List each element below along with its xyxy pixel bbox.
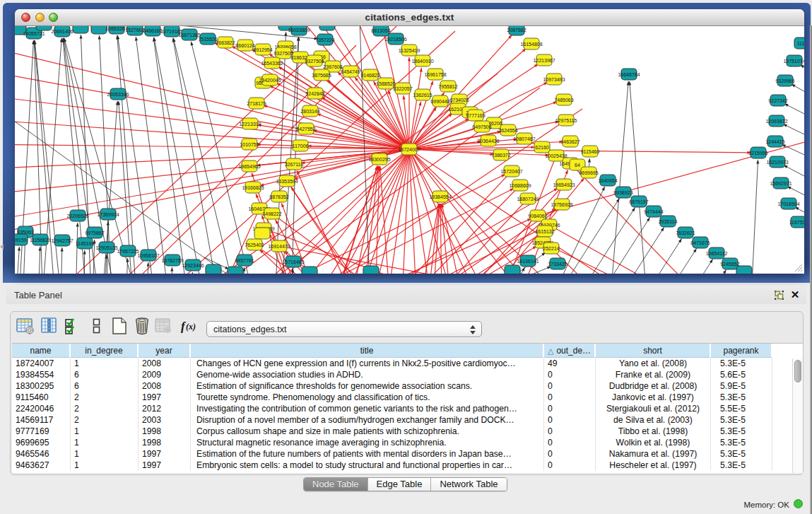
graph-edge[interactable] xyxy=(584,207,635,274)
collapse-panel-arrow-icon[interactable] xyxy=(0,244,4,250)
table-cell[interactable]: 5.3E-5 xyxy=(711,392,772,403)
table-cell[interactable]: Tibbo et al. (1998) xyxy=(596,426,711,437)
tab-network-table[interactable]: Network Table xyxy=(431,478,506,491)
table-cell[interactable]: 9115460 xyxy=(12,392,71,403)
table-cell[interactable]: 2009 xyxy=(139,369,191,380)
close-panel-icon[interactable]: ✕ xyxy=(790,289,800,300)
table-row[interactable]: 946554611997Estimation of the future num… xyxy=(12,448,772,460)
table-cell[interactable]: 2008 xyxy=(139,358,191,369)
table-cell[interactable]: 5.5E-5 xyxy=(711,403,772,414)
column-header-pagerank[interactable]: pagerank xyxy=(711,344,772,358)
table-cell[interactable]: 1 xyxy=(71,460,139,471)
column-header-out_de[interactable]: out_de… xyxy=(544,344,596,358)
table-cell[interactable]: 18724007 xyxy=(12,358,71,369)
graph-node-n60[interactable] xyxy=(302,267,317,274)
table-cell[interactable]: 5.3E-5 xyxy=(711,448,772,460)
column-header-year[interactable]: year xyxy=(139,344,191,358)
table-cell[interactable]: 1998 xyxy=(139,437,191,448)
table-cell[interactable]: 1998 xyxy=(139,426,191,437)
network-canvas[interactable]: 1405572120691406106532671527602646616010… xyxy=(15,26,804,274)
table-cell[interactable]: 19384554 xyxy=(12,369,71,380)
network-window-titlebar[interactable]: citations_edges.txt xyxy=(15,9,804,26)
graph-node-n57[interactable] xyxy=(228,267,243,274)
graph-node-n03[interactable] xyxy=(36,26,52,30)
table-cell[interactable]: 2 xyxy=(71,414,139,426)
table-cell[interactable]: 1997 xyxy=(139,460,191,471)
table-cell[interactable]: 5.3E-5 xyxy=(711,460,772,471)
create-column-button[interactable] xyxy=(110,317,129,335)
function-builder-button[interactable]: f (x) xyxy=(180,317,198,335)
table-cell[interactable]: de Silva et al. (2003) xyxy=(596,414,711,426)
table-cell[interactable]: 0 xyxy=(544,426,596,437)
table-row[interactable]: 946362711997Embryonic stem cells: a mode… xyxy=(12,460,772,471)
table-row[interactable]: 1830029562008Estimation of significance … xyxy=(12,380,772,392)
table-cell[interactable]: 5.3E-5 xyxy=(711,437,772,448)
table-cell[interactable]: 9465546 xyxy=(12,448,71,460)
table-cell[interactable]: 1 xyxy=(71,358,139,369)
table-row[interactable]: 2242004622012Investigating the contribut… xyxy=(12,403,772,414)
table-cell[interactable]: 1 xyxy=(71,448,139,460)
graph-edge[interactable] xyxy=(264,105,409,149)
table-row[interactable]: 969969511998Structural magnetic resonanc… xyxy=(12,437,772,448)
graph-edge[interactable] xyxy=(661,259,713,274)
graph-edge[interactable] xyxy=(645,248,697,274)
graph-edge[interactable] xyxy=(792,84,804,109)
graph-edge[interactable] xyxy=(64,38,148,274)
table-cell[interactable]: 1 xyxy=(71,437,139,448)
graph-node-n05[interactable] xyxy=(73,26,88,33)
graph-node-n06[interactable] xyxy=(91,26,107,34)
table-cell[interactable]: Yano et al. (2008) xyxy=(596,358,711,369)
graph-edge[interactable] xyxy=(154,37,215,274)
table-row[interactable]: 911546021997Tourette syndrome. Phenomeno… xyxy=(12,392,772,403)
graph-edge[interactable] xyxy=(173,38,250,274)
table-cell[interactable]: 1997 xyxy=(139,392,191,403)
table-cell[interactable]: Corpus callosum shape and size in male p… xyxy=(191,426,544,437)
column-header-name[interactable]: name xyxy=(12,344,71,358)
table-cell[interactable]: Estimation of significance thresholds fo… xyxy=(191,380,544,392)
graph-edge[interactable] xyxy=(16,247,19,274)
table-row[interactable]: 1872400712008Changes of HCN gene express… xyxy=(12,358,772,369)
tab-edge-table[interactable]: Edge Table xyxy=(368,478,432,491)
table-cell[interactable]: 5.3E-5 xyxy=(711,358,772,369)
table-cell[interactable]: 22420046 xyxy=(12,403,71,414)
table-mode-button[interactable] xyxy=(16,317,35,335)
table-cell[interactable]: 0 xyxy=(544,392,596,403)
table-cell[interactable]: 1 xyxy=(71,426,139,437)
table-cell[interactable]: 1997 xyxy=(139,448,191,460)
graph-edge[interactable] xyxy=(751,160,758,274)
table-cell[interactable]: 0 xyxy=(544,448,596,460)
table-cell[interactable]: 2012 xyxy=(139,403,191,414)
table-cell[interactable]: Tourette syndrome. Phenomenology and cla… xyxy=(191,392,544,403)
graph-edge[interactable] xyxy=(269,86,409,149)
table-cell[interactable]: 0 xyxy=(544,437,596,448)
delete-table-button[interactable] xyxy=(154,317,172,335)
table-cell[interactable]: 0 xyxy=(544,380,596,392)
table-cell[interactable]: 5.3E-5 xyxy=(711,426,772,437)
table-cell[interactable]: Dudbridge et al. (2008) xyxy=(596,380,711,392)
table-select-dropdown[interactable]: citations_edges.txt xyxy=(206,321,482,337)
table-cell[interactable]: Embryonic stem cells: a model to study s… xyxy=(191,460,544,471)
graph-edge[interactable] xyxy=(800,65,804,89)
table-row[interactable]: 1456911722003Disruption of a novel membe… xyxy=(12,414,772,426)
table-cell[interactable]: Disruption of a novel member of a sodium… xyxy=(191,414,544,426)
graph-edge[interactable] xyxy=(136,37,180,274)
table-cell[interactable]: 2 xyxy=(71,403,139,414)
table-row[interactable]: 977716911998Corpus callosum shape and si… xyxy=(12,426,772,437)
table-cell[interactable]: Genome-wide association studies in ADHD. xyxy=(191,369,544,380)
table-cell[interactable]: 5.9E-5 xyxy=(711,380,772,392)
graph-node-y51[interactable] xyxy=(254,228,270,239)
table-cell[interactable]: Hescheler et al. (1997) xyxy=(596,460,711,471)
table-cell[interactable]: 6 xyxy=(71,380,139,392)
graph-edge[interactable] xyxy=(38,247,40,274)
graph-edge[interactable] xyxy=(15,45,409,149)
table-cell[interactable]: 5.6E-5 xyxy=(711,369,772,380)
window-resize-grip[interactable] xyxy=(793,263,803,272)
column-header-in_degree[interactable]: in_degree xyxy=(71,344,139,358)
graph-edge[interactable] xyxy=(549,225,695,274)
graph-edge[interactable] xyxy=(570,163,710,274)
scrollbar-thumb[interactable] xyxy=(794,360,801,382)
table-cell[interactable]: Nakamura et al. (1997) xyxy=(596,448,711,460)
tab-node-table[interactable]: Node Table xyxy=(304,478,368,491)
table-cell[interactable]: 2008 xyxy=(139,380,191,392)
table-cell[interactable]: 6 xyxy=(71,369,139,380)
